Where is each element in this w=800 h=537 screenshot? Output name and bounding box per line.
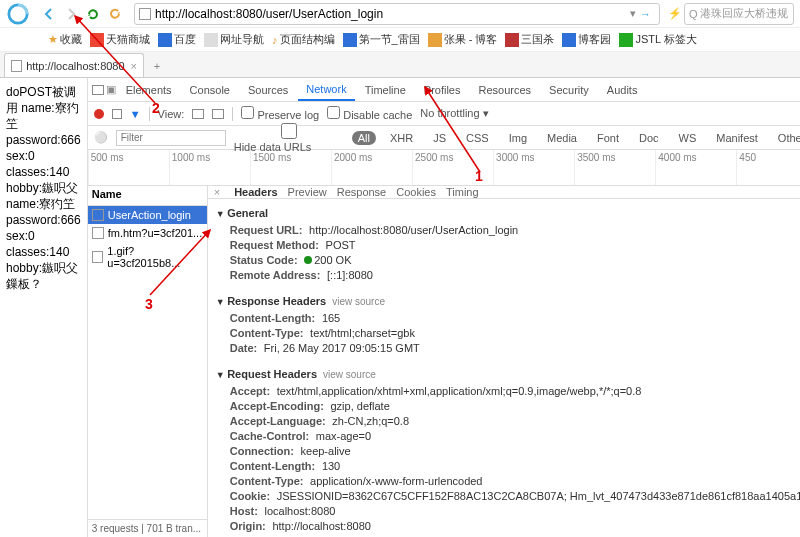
document-icon [92,251,104,263]
clear-button[interactable] [112,109,122,119]
bookmark-item[interactable]: 天猫商城 [90,32,150,47]
refresh-button[interactable] [84,5,102,23]
devtools-tab-sources[interactable]: Sources [240,80,296,100]
browser-logo [4,0,32,28]
nav-buttons [40,5,124,23]
page-text-line: hobby:鏃呮父 name:寮犳笁 [6,180,81,212]
bookmark-item[interactable]: ♪页面结构编 [272,32,335,47]
page-text-line: hobby:鏃呮父鏁板？ [6,260,81,292]
detail-tab-timing[interactable]: Timing [446,186,479,198]
favorites-button[interactable]: ★收藏 [48,32,82,47]
filter-input[interactable] [116,130,226,146]
throttle-select[interactable]: No throttling ▾ [420,107,488,120]
network-status-bar: 3 requests | 701 B tran... [88,519,207,537]
bookmark-item[interactable]: 博客园 [562,32,611,47]
tab-icon [11,60,22,72]
back-button[interactable] [40,5,58,23]
page-icon [139,8,151,20]
devtools-tab-profiles[interactable]: Profiles [416,80,469,100]
browser-tab[interactable]: http://localhost:8080/u × [4,53,144,77]
devtools-tab-security[interactable]: Security [541,80,597,100]
hide-data-urls-checkbox[interactable]: Hide data URLs [234,123,344,153]
devtools-tab-network[interactable]: Network [298,79,354,101]
filter-type-js[interactable]: JS [427,131,452,145]
filter-type-img[interactable]: Img [503,131,533,145]
view-frame-icon[interactable] [212,109,224,119]
devtools-tab-elements[interactable]: Elements [118,80,180,100]
go-icon[interactable]: → [640,8,651,20]
lightning-icon[interactable]: ⚡ [666,5,684,23]
record-button[interactable] [94,109,104,119]
request-detail: × Headers Preview Response Cookies Timin… [208,186,800,537]
request-row[interactable]: UserAction_login [88,206,207,224]
bookmark-item[interactable]: 张果 - 博客 [428,32,498,47]
page-text-line: classes:140 [6,164,81,180]
page-text-line: password:666 [6,132,81,148]
filter-type-all[interactable]: All [352,131,376,145]
bookmark-item[interactable]: JSTL 标签大 [619,32,696,47]
bookmark-item[interactable]: 百度 [158,32,196,47]
general-section: General Request URL: http://localhost:80… [208,199,800,287]
bookmark-item[interactable]: 网址导航 [204,32,264,47]
status-ok-icon [304,256,312,264]
network-filter-bar: ⚪ Hide data URLs All XHR JS CSS Img Medi… [88,126,800,150]
bookmark-item[interactable]: 第一节_雷国 [343,32,420,47]
devtools-tabs: ▣ Elements Console Sources Network Timel… [88,78,800,102]
detail-tab-cookies[interactable]: Cookies [396,186,436,198]
devtools-panel: ▣ Elements Console Sources Network Timel… [87,78,800,537]
filter-type-css[interactable]: CSS [460,131,495,145]
filter-type-media[interactable]: Media [541,131,583,145]
filter-type-manifest[interactable]: Manifest [710,131,764,145]
page-body: doPOST被调用 name:寮犳笁 password:666 sex:0 cl… [0,78,87,537]
section-title[interactable]: Request Headersview source [216,368,800,380]
search-box[interactable]: Q 港珠回应大桥违规 [684,3,794,25]
preserve-log-checkbox[interactable]: Preserve log [241,106,319,121]
disable-cache-checkbox[interactable]: Disable cache [327,106,412,121]
filter-type-xhr[interactable]: XHR [384,131,419,145]
section-title[interactable]: General [216,207,800,219]
forward-button[interactable] [62,5,80,23]
detail-close-button[interactable]: × [214,186,220,198]
devtools-inspect-icon[interactable]: ▣ [106,83,116,96]
browser-tabbar: http://localhost:8080/u × + [0,52,800,78]
request-list-header: Name [88,186,207,206]
filter-type-ws[interactable]: WS [673,131,703,145]
request-row[interactable]: fm.htm?u=3cf201... [88,224,207,242]
filter-type-doc[interactable]: Doc [633,131,665,145]
bookmark-item[interactable]: 三国杀 [505,32,554,47]
devtools-tab-resources[interactable]: Resources [471,80,540,100]
bookmarks-bar: ★收藏 天猫商城 百度 网址导航 ♪页面结构编 第一节_雷国 张果 - 博客 三… [0,28,800,52]
url-bar[interactable]: ▾ → [134,3,660,25]
tab-title: http://localhost:8080/u [26,60,124,72]
filter-type-other[interactable]: Other [772,131,800,145]
devtools-tab-timeline[interactable]: Timeline [357,80,414,100]
detail-tab-response[interactable]: Response [337,186,387,198]
detail-tabs: × Headers Preview Response Cookies Timin… [208,186,800,199]
filter-icon[interactable]: ▼ [130,108,141,120]
view-source-link[interactable]: view source [332,296,385,307]
detail-tab-preview[interactable]: Preview [288,186,327,198]
request-row[interactable]: 1.gif?u=3cf2015b8... [88,242,207,272]
filter-type-font[interactable]: Font [591,131,625,145]
devtools-tab-audits[interactable]: Audits [599,80,646,100]
view-source-link[interactable]: view source [323,369,376,380]
page-text-line: sex:0 [6,228,81,244]
view-list-icon[interactable] [192,109,204,119]
dropdown-icon[interactable]: ▾ [630,7,636,20]
detail-tab-headers[interactable]: Headers [234,186,277,198]
network-timeline[interactable]: 500 ms 1000 ms 1500 ms 2000 ms 2500 ms 3… [88,150,800,186]
url-input[interactable] [155,7,630,21]
section-title[interactable]: Response Headersview source [216,295,800,307]
devtools-dock-icon[interactable] [92,85,104,95]
new-tab-button[interactable]: + [146,55,168,77]
page-text-line: password:666 [6,212,81,228]
page-text-line: doPOST被调用 name:寮犳笁 [6,84,81,132]
devtools-tab-console[interactable]: Console [182,80,238,100]
page-text-line: classes:140 [6,244,81,260]
search-placeholder: 港珠回应大桥违规 [700,6,788,21]
tab-close-button[interactable]: × [131,60,137,72]
request-headers-section: Request Headersview source Accept: text/… [208,360,800,537]
network-body: Name UserAction_login fm.htm?u=3cf201...… [88,186,800,537]
home-button[interactable] [106,5,124,23]
filter-funnel-icon[interactable]: ⚪ [94,131,108,144]
